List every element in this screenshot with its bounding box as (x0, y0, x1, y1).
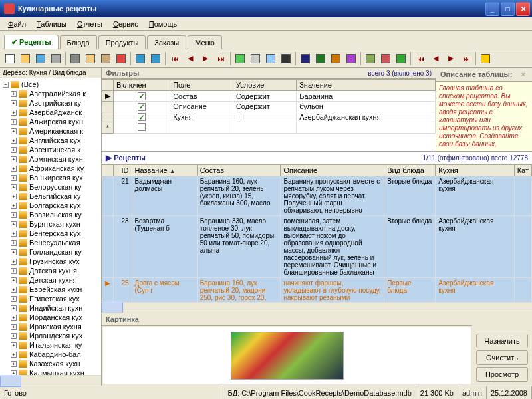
tree-expand-icon[interactable]: + (11, 128, 17, 134)
view-button[interactable]: Просмотр (476, 367, 528, 382)
tree-item[interactable]: Кабардино-бал (29, 350, 81, 358)
tree-expand-icon[interactable]: + (11, 194, 17, 200)
table-row[interactable]: ▶25Довга с мясом (Суп гБаранина 160, лук… (102, 278, 532, 303)
recipe-image[interactable] (231, 332, 344, 380)
tree-item[interactable]: Азербайджанск (29, 108, 82, 116)
tree-item[interactable]: Алжирская кухн (29, 118, 83, 126)
new-button[interactable] (3, 51, 17, 66)
filter-checkbox[interactable]: ✓ (138, 103, 146, 111)
tree-item[interactable]: Армянская кухн (29, 155, 83, 163)
tree-item[interactable]: Иракская кухня (29, 323, 82, 331)
tree-expand-icon[interactable]: + (11, 212, 17, 218)
menu-service[interactable]: Сервис (108, 19, 144, 29)
tree-expand-icon[interactable]: + (11, 138, 17, 144)
copy-button[interactable] (83, 51, 98, 66)
html-button[interactable] (329, 51, 343, 66)
filter-checkbox[interactable] (138, 123, 146, 131)
record-prev-button[interactable]: ◀ (183, 51, 198, 66)
recipes-scrollbar[interactable] (102, 302, 532, 313)
maximize-button[interactable]: □ (501, 2, 515, 16)
tree-item[interactable]: Белорусская ку (29, 183, 82, 191)
tree-expand-icon[interactable]: + (11, 268, 17, 274)
filter-checkbox[interactable]: ✓ (138, 113, 146, 121)
filters-table[interactable]: ВключенПолеУсловиеЗначение ▶✓СоставСодер… (102, 79, 436, 134)
tree-expand-icon[interactable]: + (11, 352, 17, 358)
tree-button[interactable] (363, 51, 378, 66)
nav-next-button[interactable]: ▶ (444, 51, 458, 66)
tree-expand-icon[interactable]: + (11, 147, 17, 153)
tree-expand-icon[interactable]: + (11, 342, 17, 348)
filter-value[interactable]: Баранина (297, 91, 436, 102)
tree-expand-icon[interactable]: + (11, 184, 17, 190)
filter-field[interactable]: Описание (170, 102, 233, 112)
tree-expand-icon[interactable]: + (11, 231, 17, 237)
tree-expand-icon[interactable]: + (11, 333, 17, 339)
save-button[interactable] (33, 51, 48, 66)
doc-button[interactable] (248, 51, 263, 66)
tree-expand-icon[interactable]: + (11, 287, 17, 293)
clear-button[interactable]: Очистить (476, 350, 528, 365)
record-first-button[interactable]: ⏮ (168, 51, 182, 66)
filter-cond[interactable] (233, 122, 296, 134)
filter-button[interactable] (378, 51, 393, 66)
tree-item[interactable]: Башкирская кух (29, 174, 83, 182)
tree-collapse-icon[interactable]: − (3, 82, 9, 88)
tree-item[interactable]: Венгерская кух (29, 229, 80, 237)
sql-button[interactable] (279, 51, 293, 66)
nav-last-button[interactable]: ⏭ (459, 51, 473, 66)
tree-expand-icon[interactable]: + (11, 249, 17, 255)
filter-field[interactable]: Кухня (170, 112, 233, 122)
tree-item[interactable]: Голландская ку (29, 248, 82, 256)
tree-expand-icon[interactable]: + (11, 110, 17, 116)
tree-item[interactable]: Аргентинская к (29, 146, 80, 154)
tree-item[interactable]: Итальянская ку (29, 341, 82, 349)
tree-expand-icon[interactable]: + (11, 324, 17, 330)
tree-item[interactable]: Калмыцкая кухн (29, 369, 84, 375)
recipes-table[interactable]: ID Название ▲ Состав Описание Вид блюда … (102, 164, 532, 302)
tree-item[interactable]: Грузинская кух (29, 257, 80, 265)
minimize-button[interactable]: _ (485, 2, 499, 16)
table-row[interactable]: 23Бозартма (Тушеная бБаранина 330, масло… (102, 216, 532, 278)
open-button[interactable] (18, 51, 33, 66)
cards-button[interactable] (263, 51, 278, 66)
filter-value[interactable]: Азербайджанская кухня (297, 112, 436, 122)
paste-button[interactable] (98, 51, 113, 66)
filter-value[interactable] (297, 122, 436, 134)
tab-dishes[interactable]: Блюда (60, 35, 97, 49)
cut-button[interactable] (68, 51, 82, 66)
record-last-button[interactable]: ⏭ (213, 51, 228, 66)
tree-item[interactable]: Детская кухня (29, 276, 77, 284)
tree-expand-icon[interactable]: + (11, 175, 17, 181)
filter-field[interactable] (170, 122, 233, 134)
tree-item[interactable]: Датская кухня (29, 267, 77, 275)
tree-item[interactable]: Бурятская кухн (29, 220, 80, 228)
tree-expand-icon[interactable]: + (11, 100, 17, 106)
tree-expand-icon[interactable]: + (11, 166, 17, 172)
tree-item[interactable]: Еврейская кухн (29, 285, 82, 293)
tree-scrollbar[interactable] (0, 375, 101, 386)
help-button[interactable] (478, 51, 493, 66)
nav-prev-button[interactable]: ◀ (428, 51, 443, 66)
tab-recipes[interactable]: ✔ Рецепты (4, 35, 59, 49)
tree-item[interactable]: Австралийская к (29, 90, 86, 98)
tree-item[interactable]: Иорданская кух (29, 313, 82, 321)
tab-menu[interactable]: Меню (188, 35, 222, 49)
tree-expand-icon[interactable]: + (11, 91, 17, 97)
menu-file[interactable]: Файл (3, 19, 31, 29)
tree-expand-icon[interactable]: + (11, 370, 17, 376)
image-button[interactable] (233, 51, 247, 66)
record-next-button[interactable]: ▶ (198, 51, 213, 66)
xml-button[interactable] (344, 51, 358, 66)
tree-expand-icon[interactable]: + (11, 277, 17, 283)
tree-item[interactable]: Казахская кухн (29, 360, 80, 368)
tree-item[interactable]: Болгарская кух (29, 201, 80, 209)
filter-cond[interactable]: Содержит (233, 102, 296, 112)
tree-expand-icon[interactable]: + (11, 259, 17, 265)
tree-expand-icon[interactable]: + (11, 119, 17, 125)
tree-expand-icon[interactable]: + (11, 305, 17, 311)
excel-button[interactable] (313, 51, 328, 66)
undo-button[interactable] (133, 51, 148, 66)
menu-tables[interactable]: Таблицы (31, 19, 72, 29)
tree-item[interactable]: Австрийская ку (29, 99, 81, 107)
filter-checkbox[interactable]: ✓ (138, 92, 146, 100)
